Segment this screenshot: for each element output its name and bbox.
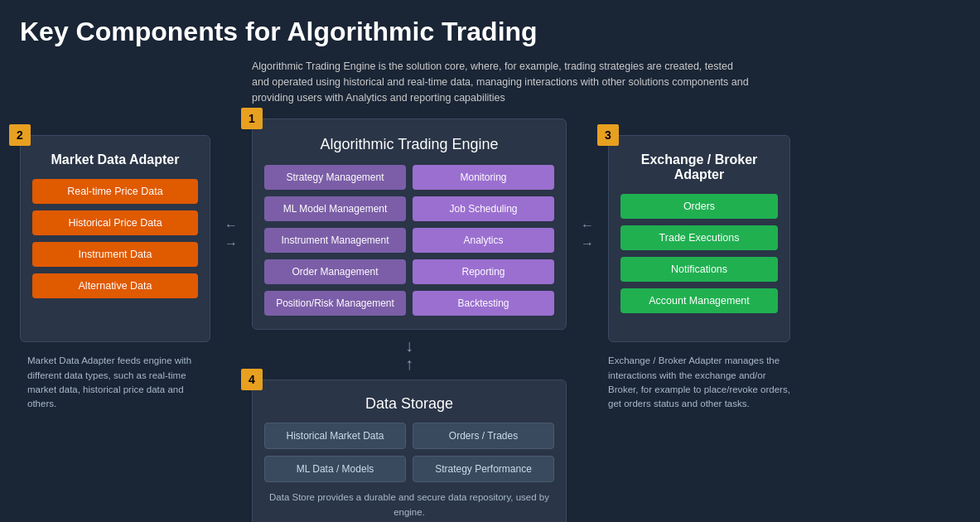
engine-box: 1 Algorithmic Trading Engine Strategy Ma… xyxy=(252,118,567,330)
order-mgmt-btn[interactable]: Order Management xyxy=(264,259,406,284)
arrow-up-icon: ↑ xyxy=(405,355,413,373)
backtesting-btn[interactable]: Backtesting xyxy=(413,291,554,316)
exchange-description: Exchange / Broker Adapter manages the in… xyxy=(608,354,790,411)
arrow-down-icon: ↓ xyxy=(405,336,413,355)
storage-description: Data Store provides a durable and secure… xyxy=(264,491,554,520)
historical-market-btn[interactable]: Historical Market Data xyxy=(264,423,406,449)
storage-box: 4 Data Storage Historical Market Data Or… xyxy=(252,379,567,522)
market-data-box: 2 Market Data Adapter Real-time Price Da… xyxy=(20,135,210,342)
historical-price-btn[interactable]: Historical Price Data xyxy=(32,210,198,235)
diagram-layout: 2 Market Data Adapter Real-time Price Da… xyxy=(20,118,960,522)
real-time-price-btn[interactable]: Real-time Price Data xyxy=(32,179,198,204)
center-column: 1 Algorithmic Trading Engine Strategy Ma… xyxy=(252,118,567,522)
engine-number: 1 xyxy=(241,108,263,129)
storage-title: Data Storage xyxy=(264,395,554,413)
job-scheduling-btn[interactable]: Job Scheduling xyxy=(413,196,554,221)
arrow-left-icon: ← xyxy=(224,218,238,233)
arrow-left2-icon: ← xyxy=(581,218,594,233)
strategy-perf-btn[interactable]: Strategy Performance xyxy=(413,456,554,482)
ml-model-btn[interactable]: ML Model Management xyxy=(264,196,406,221)
ml-data-btn[interactable]: ML Data / Models xyxy=(264,456,406,482)
reporting-btn[interactable]: Reporting xyxy=(413,259,554,284)
instrument-mgmt-btn[interactable]: Instrument Management xyxy=(264,228,406,253)
page-title: Key Components for Algorithmic Trading xyxy=(20,17,960,47)
vertical-connector: ↓ ↑ xyxy=(405,336,413,373)
orders-trades-btn[interactable]: Orders / Trades xyxy=(413,423,554,449)
market-data-description: Market Data Adapter feeds engine with di… xyxy=(24,354,206,411)
notifications-btn[interactable]: Notifications xyxy=(620,257,778,282)
instrument-data-btn[interactable]: Instrument Data xyxy=(32,242,198,267)
monitoring-btn[interactable]: Monitoring xyxy=(413,165,554,190)
exchange-number: 3 xyxy=(597,124,619,146)
analytics-btn[interactable]: Analytics xyxy=(413,228,554,253)
exchange-title: Exchange / Broker Adapter xyxy=(620,152,778,182)
market-data-title: Market Data Adapter xyxy=(32,152,198,167)
market-data-number: 2 xyxy=(9,124,31,146)
orders-btn[interactable]: Orders xyxy=(620,194,778,219)
storage-grid: Historical Market Data Orders / Trades M… xyxy=(264,423,554,482)
position-risk-btn[interactable]: Position/Risk Management xyxy=(264,291,406,316)
left-connector: ← → xyxy=(210,118,252,251)
arrow-right2-icon: → xyxy=(581,236,594,251)
storage-number: 4 xyxy=(241,369,263,390)
alternative-data-btn[interactable]: Alternative Data xyxy=(32,273,198,298)
engine-title: Algorithmic Trading Engine xyxy=(264,136,554,153)
strategy-management-btn[interactable]: Strategy Management xyxy=(264,165,406,190)
trade-executions-btn[interactable]: Trade Executions xyxy=(620,225,778,250)
engine-grid: Strategy Management Monitoring ML Model … xyxy=(264,165,554,316)
page-description: Algorithmic Trading Engine is the soluti… xyxy=(252,59,749,105)
arrow-right-icon: → xyxy=(224,236,238,251)
exchange-box: 3 Exchange / Broker Adapter Orders Trade… xyxy=(608,135,790,342)
account-management-btn[interactable]: Account Management xyxy=(620,288,778,313)
